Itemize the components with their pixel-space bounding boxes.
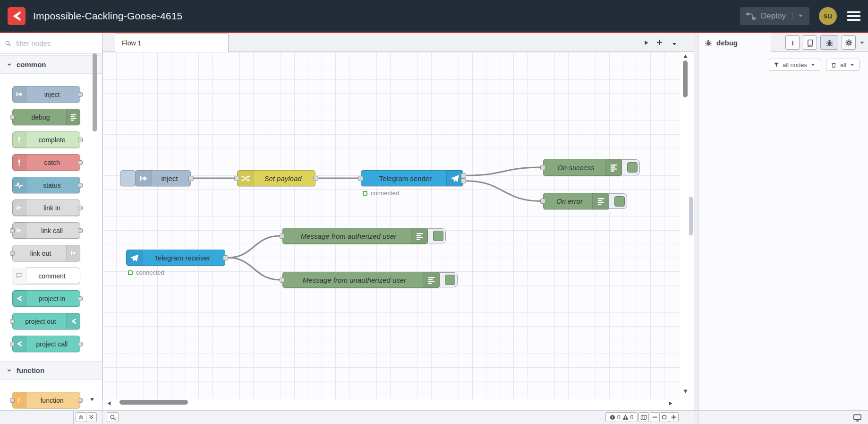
palette-expand-all-button[interactable] [86, 412, 97, 422]
deploy-button[interactable]: Deploy [740, 7, 809, 25]
palette-collapse-all-button[interactable] [76, 412, 86, 422]
sidebar-help-button[interactable] [803, 35, 817, 50]
node-input-port[interactable] [540, 199, 545, 204]
flow-node-telegram-sender[interactable]: Telegram senderconnected [361, 170, 463, 186]
node-output-port[interactable] [78, 342, 83, 346]
palette-node-label: comment [27, 268, 77, 284]
palette-node-link-call[interactable]: link call [12, 222, 80, 239]
node-output-port[interactable] [78, 228, 83, 233]
flow-node-inject[interactable]: inject [135, 170, 191, 186]
vscroll-thumb[interactable] [683, 61, 688, 97]
zoom-out-button[interactable] [650, 412, 660, 422]
debug-toggle-indicator [627, 162, 638, 173]
palette-node-label: project out [16, 313, 66, 329]
project-icon [66, 313, 80, 329]
debug-clear-button[interactable]: all [826, 59, 859, 71]
node-output-port[interactable] [78, 92, 83, 97]
main-menu-button[interactable] [846, 10, 861, 22]
node-output-port[interactable] [78, 183, 83, 188]
node-output-port[interactable] [78, 160, 83, 165]
node-input-port[interactable] [10, 398, 15, 403]
flow-node-set-payload[interactable]: Set payload [237, 170, 315, 186]
hscroll-right-icon[interactable] [667, 400, 673, 408]
palette-filter-input[interactable] [15, 39, 86, 48]
node-input-port[interactable] [280, 234, 285, 239]
debug-filter-button[interactable]: all nodes [769, 59, 820, 71]
node-input-port[interactable] [10, 228, 15, 233]
palette-search[interactable] [0, 33, 102, 54]
palette-category-common[interactable]: common [0, 55, 102, 74]
navigator-button[interactable] [638, 412, 649, 422]
debug-toggle-indicator [614, 196, 625, 207]
node-output-port[interactable] [78, 296, 83, 301]
palette-node-status[interactable]: status [12, 177, 80, 193]
sidebar-config-button[interactable] [842, 35, 856, 50]
flow-node-on-success[interactable]: On success [543, 159, 622, 176]
bug-icon [705, 39, 712, 46]
palette-node-project-call[interactable]: project call [12, 336, 80, 352]
zoom-reset-button[interactable] [659, 412, 669, 422]
notification-counts[interactable]: 0 0 [605, 412, 638, 422]
node-input-port[interactable] [10, 115, 15, 120]
node-input-port[interactable] [10, 342, 15, 346]
node-output-port[interactable] [78, 138, 83, 142]
node-output-port[interactable] [461, 178, 466, 183]
palette-node-inject[interactable]: inject [12, 86, 80, 103]
palette-node-link-in[interactable]: link in [12, 199, 80, 216]
node-output-port[interactable] [188, 176, 194, 181]
palette-node-project-out[interactable]: project out [12, 313, 80, 329]
tab-debug[interactable]: debug [698, 33, 771, 52]
vscroll-down-icon[interactable] [682, 388, 689, 396]
flow-node-label: Telegram sender [365, 171, 446, 186]
palette-node-label: debug [16, 109, 66, 125]
canvas-search-button[interactable] [107, 412, 119, 422]
node-input-port[interactable] [358, 176, 363, 181]
separator-handle[interactable] [689, 197, 693, 235]
flow-node-msg-unauth[interactable]: Message from unautherized user [282, 272, 440, 288]
deploy-options-caret-icon[interactable] [792, 13, 804, 19]
debug-icon [423, 272, 440, 288]
palette-node-catch[interactable]: catch [12, 154, 80, 171]
palette-node-link-out[interactable]: link out [12, 245, 80, 261]
search-icon [5, 40, 11, 47]
flow-canvas[interactable]: injectSet payloadTelegram senderconnecte… [102, 52, 694, 410]
zoom-in-button[interactable] [669, 412, 679, 422]
user-avatar[interactable]: su [819, 7, 837, 25]
palette-node-debug[interactable]: debug [12, 109, 80, 125]
sidebar-more-caret-icon[interactable] [859, 40, 865, 46]
inject-trigger-button[interactable] [120, 170, 136, 186]
flow-node-msg-auth[interactable]: Message from autherized user [282, 228, 428, 244]
node-output-port[interactable] [313, 176, 318, 181]
node-output-port[interactable] [461, 173, 466, 178]
node-input-port[interactable] [540, 165, 545, 170]
open-window-button[interactable] [853, 413, 862, 424]
flow-node-on-error[interactable]: On error [543, 193, 609, 209]
add-flow-button[interactable] [656, 39, 663, 48]
flow-list-caret-icon[interactable] [672, 40, 677, 49]
node-input-port[interactable] [10, 319, 15, 324]
node-input-port[interactable] [10, 251, 15, 256]
sidebar-info-button[interactable]: i [785, 35, 800, 50]
debug-icon [411, 228, 428, 244]
palette-node-project-in[interactable]: project in [12, 290, 80, 307]
node-output-port[interactable] [78, 398, 83, 403]
node-input-port[interactable] [280, 277, 285, 283]
hscroll-left-icon[interactable] [106, 400, 112, 408]
node-input-port[interactable] [234, 176, 239, 181]
palette-scroll-down-icon[interactable] [89, 396, 95, 404]
node-output-port[interactable] [78, 206, 83, 210]
tab-scroll-right-icon[interactable] [643, 39, 649, 48]
palette-category-function[interactable]: function [0, 361, 102, 380]
palette: commoninjectdebugcompletecatchstatuslink… [0, 33, 102, 410]
node-output-port[interactable] [223, 255, 228, 260]
hscroll-thumb[interactable] [119, 400, 188, 405]
palette-scrollbar-thumb[interactable] [93, 53, 97, 131]
flow-node-telegram-receiver[interactable]: Telegram receiverconnected [126, 250, 225, 266]
svg-text:i: i [791, 39, 793, 46]
palette-node-function[interactable]: ƒfunction [12, 392, 80, 408]
sidebar-separator[interactable] [694, 33, 698, 410]
palette-node-comment[interactable]: comment [12, 268, 80, 284]
tab-flow1[interactable]: Flow 1 [115, 33, 229, 52]
palette-node-complete[interactable]: complete [12, 131, 80, 148]
sidebar-debug-button[interactable] [820, 35, 838, 50]
